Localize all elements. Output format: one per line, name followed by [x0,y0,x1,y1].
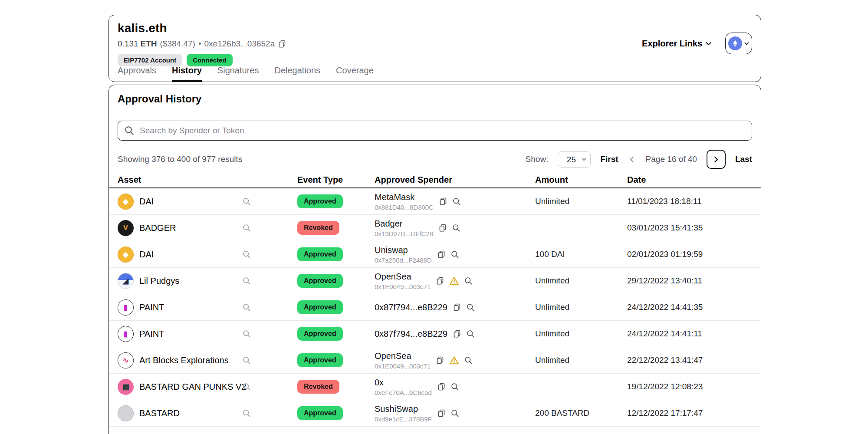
badger-token-icon: V [118,220,134,236]
table-row: ◈ DAI Approved MetaMask 0x881D40...8D300… [109,188,761,215]
next-page-button[interactable] [707,150,726,169]
table-row: ▮ PAINT Approved 0x87f794...e8B229 [109,294,761,321]
amount-value: Unlimited [535,355,627,365]
ethereum-logo-icon [728,36,742,50]
asset-search-icon[interactable] [242,224,251,233]
table-header: Asset Event Type Approved Spender Amount… [109,172,761,188]
spender-search-icon[interactable] [452,224,461,233]
bastard-token-icon [118,405,134,421]
spender-name: Badger [375,219,433,229]
show-label: Show: [526,155,549,164]
balance-usd: ($384.47) [160,39,195,49]
tab-history[interactable]: History [172,66,202,82]
asset-search-icon[interactable] [242,409,251,418]
event-type-badge: Approved [297,353,343,367]
account-card: kalis.eth 0.131ETH ($384.47) • 0xe126b3.… [108,15,761,82]
spender-name: SushiSwap [375,404,432,414]
spender-search-icon[interactable] [450,382,460,391]
copy-spender-icon[interactable] [436,356,444,365]
previous-page-button[interactable] [628,155,636,164]
asset-search-icon[interactable] [242,329,251,339]
column-header-date: Date [627,175,753,185]
page-size-select[interactable]: 25 [558,151,591,168]
table-body: ◈ DAI Approved MetaMask 0x881D40...8D300… [109,188,761,427]
warning-icon[interactable] [449,276,459,286]
chevron-right-icon [712,155,720,164]
date-value: 11/01/2023 18:18:11 [627,197,753,206]
asset-search-icon[interactable] [242,382,251,391]
spender-search-icon[interactable] [450,409,460,418]
spender-address: 0x881D40...8D300C [375,204,434,211]
table-row: ◢ Lil Pudgys Approved OpenSea 0x1E0049..… [109,268,761,294]
account-badge: Connected [187,54,233,66]
asset-name: BADGER [139,223,176,233]
copy-spender-icon[interactable] [437,250,446,259]
column-header-asset: Asset [118,175,242,185]
spender-address: 0x1E0049...003c71 [375,283,431,290]
spender-search-icon[interactable] [464,276,473,286]
warning-icon[interactable] [449,355,459,365]
first-page-button[interactable]: First [600,155,618,164]
art-blocks-token-icon: ∿ [118,352,134,368]
asset-name: Art Blocks Explorations [139,355,229,365]
chevron-down-icon [705,40,712,47]
tab-coverage[interactable]: Coverage [336,66,374,82]
copy-spender-icon[interactable] [439,197,447,206]
asset-name: DAI [139,197,154,207]
spender-search-icon[interactable] [450,250,460,259]
spender-name: 0x87f794...e8B229 [375,302,447,312]
last-page-button[interactable]: Last [735,155,752,164]
spender-name: 0x87f794...e8B229 [375,329,447,339]
amount-value: Unlimited [535,276,627,286]
asset-search-icon[interactable] [242,303,251,312]
copy-spender-icon[interactable] [437,382,446,391]
asset-search-icon[interactable] [242,250,251,259]
asset-name: PAINT [139,329,164,339]
account-badges: EIP7702 AccountConnected [118,54,752,66]
copy-address-icon[interactable] [278,39,286,48]
copy-spender-icon[interactable] [453,303,461,312]
event-type-badge: Approved [297,327,343,341]
copy-spender-icon[interactable] [438,224,447,232]
tab-signatures[interactable]: Signatures [217,66,259,82]
asset-search-icon[interactable] [242,356,251,365]
explorer-links-label: Explorer Links [642,39,702,49]
spender-search-icon[interactable] [464,356,473,365]
paint-token-icon: ▮ [118,299,134,316]
asset-search-icon[interactable] [242,276,251,286]
tab-approvals[interactable]: Approvals [118,66,156,82]
spender-search-icon[interactable] [452,197,461,206]
asset-search-icon[interactable] [242,197,251,206]
copy-spender-icon[interactable] [436,276,444,285]
copy-spender-icon[interactable] [453,329,461,338]
explorer-links-button[interactable]: Explorer Links [642,39,712,49]
amount-value: Unlimited [535,329,627,339]
tab-delegations[interactable]: Delegations [274,66,320,82]
event-type-badge: Approved [297,300,343,314]
amount-value: 200 BASTARD [535,408,627,418]
date-value: 12/12/2022 17:17:47 [627,408,753,418]
spender-search-icon[interactable] [466,329,475,339]
asset-name: BASTARD GAN PUNKS V2 [139,382,246,392]
amount-value: Unlimited [535,197,627,206]
date-value: 22/12/2022 13:41:47 [627,355,753,365]
date-value: 24/12/2022 14:41:11 [627,329,753,339]
date-value: 02/01/2023 01:19:59 [627,250,753,259]
event-type-badge: Approved [297,194,343,208]
page-indicator: Page 16 of 40 [646,155,697,164]
amount-value: 100 DAI [535,250,627,259]
amount-value: Unlimited [535,302,627,312]
search-input[interactable] [118,121,752,141]
results-count: Showing 376 to 400 of 977 results [118,155,242,164]
table-row: V BADGER Revoked Badger 0x19D97D...DFfC2… [109,215,761,241]
account-address: 0xe126b3...03652a [204,39,275,49]
spender-search-icon[interactable] [466,303,475,312]
search-icon [124,125,135,138]
spender-name: 0x [375,378,432,388]
table-row: BASTARD Approved SushiSwap 0xd9e1cE...37… [109,400,761,427]
event-type-badge: Approved [297,406,343,420]
spender-name: OpenSea [375,351,431,361]
network-selector-button[interactable] [725,33,752,54]
copy-spender-icon[interactable] [437,409,446,418]
spender-address: 0x7a250d...F2488D [375,256,432,264]
